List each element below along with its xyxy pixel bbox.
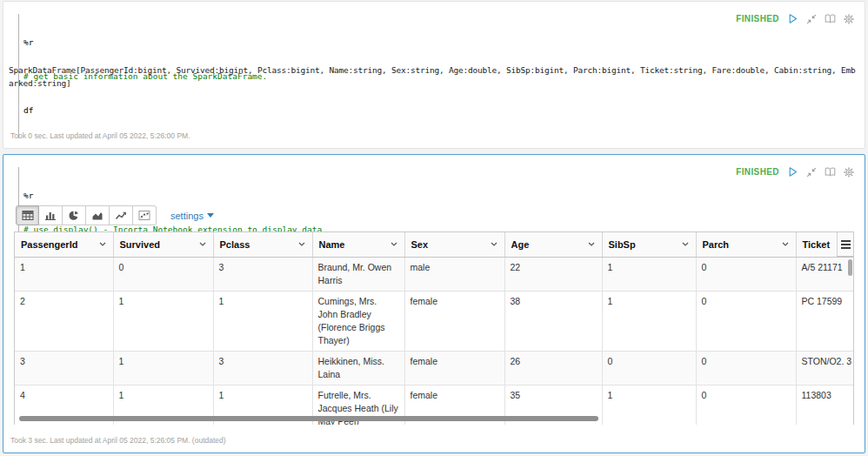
column-header-sibsp[interactable]: SibSp	[602, 232, 696, 257]
table-cell: PC 17599	[796, 291, 854, 351]
table-cell: 1	[602, 291, 696, 351]
table-header-row: PassengerId Survived Pclass Name Sex Age…	[15, 232, 854, 257]
show-output-book-icon[interactable]	[825, 167, 836, 177]
area-chart-button[interactable]	[86, 205, 110, 225]
column-label: Sex	[411, 239, 429, 250]
column-label: SibSp	[609, 239, 636, 250]
settings-label: settings	[170, 211, 204, 221]
paragraph-controls: FINISHED	[736, 13, 854, 24]
table-cell: Heikkinen, Miss. Laina	[312, 351, 404, 385]
column-label: Age	[511, 239, 530, 250]
results-table: PassengerId Survived Pclass Name Sex Age…	[15, 232, 854, 425]
table-cell: 0	[696, 291, 796, 351]
column-label: Ticket	[803, 239, 831, 250]
table-cell: 3	[213, 351, 312, 385]
shrink-icon[interactable]	[806, 167, 817, 178]
line-chart-button[interactable]	[110, 205, 133, 225]
table-cell: female	[404, 291, 504, 351]
column-label: PassengerId	[21, 239, 77, 250]
bar-chart-button[interactable]	[39, 205, 63, 225]
column-header-sex[interactable]: Sex	[404, 232, 504, 257]
paragraph-footer: Took 3 sec. Last updated at April 05 202…	[10, 436, 226, 445]
code-interpreter-line: %r	[23, 190, 322, 201]
paragraph-controls: FINISHED	[736, 166, 854, 178]
table-cell: 1	[15, 257, 113, 291]
column-header-age[interactable]: Age	[504, 232, 602, 257]
column-header-name[interactable]: Name	[312, 232, 404, 257]
table-cell: 1	[602, 257, 696, 291]
chevron-down-icon[interactable]	[588, 242, 595, 246]
column-label: Name	[319, 239, 345, 250]
chevron-down-icon[interactable]	[99, 242, 106, 246]
gear-icon[interactable]	[844, 167, 854, 178]
table-cell: 0	[113, 257, 213, 291]
chevron-down-icon[interactable]	[199, 242, 206, 246]
column-header-survived[interactable]: Survived	[113, 232, 213, 257]
code-interpreter-line: %r	[23, 37, 267, 48]
paragraph-output: SparkDataFrame[PassengerId:bigint, Survi…	[9, 64, 859, 90]
gear-icon[interactable]	[844, 14, 854, 24]
column-header-parch[interactable]: Parch	[696, 232, 796, 257]
code-line: df	[23, 104, 267, 116]
table-cell: STON/O2. 3	[796, 351, 854, 385]
table-cell: 1	[113, 291, 213, 351]
notebook-paragraph-1: %r # get basic information about the Spa…	[3, 1, 865, 149]
table-cell: female	[404, 351, 504, 385]
table-cell: 38	[504, 291, 602, 351]
table-menu-icon[interactable]	[837, 232, 853, 257]
table-cell: male	[404, 257, 504, 291]
table-cell: 22	[504, 257, 602, 291]
table-cell: 2	[15, 291, 113, 351]
chart-type-toolbar: settings	[16, 205, 214, 225]
column-label: Parch	[703, 239, 730, 250]
pie-chart-button[interactable]	[63, 205, 86, 225]
table-cell: Cumings, Mrs. John Bradley (Florence Bri…	[312, 291, 404, 351]
notebook-paragraph-2: %r # use display() - Incorta Notebook ex…	[3, 154, 865, 453]
run-icon[interactable]	[787, 166, 798, 178]
chevron-down-icon[interactable]	[391, 242, 397, 246]
table-row: 313Heikkinen, Miss. Lainafemale2600STON/…	[15, 351, 854, 385]
table-cell: 0	[696, 257, 796, 291]
table-cell: 3	[213, 257, 312, 291]
table-cell: 1	[213, 291, 312, 351]
paragraph-footer: Took 0 sec. Last updated at April 05 202…	[10, 131, 190, 140]
table-cell: 113803	[796, 385, 854, 425]
chevron-down-icon[interactable]	[782, 242, 789, 246]
table-row: 211Cumings, Mrs. John Bradley (Florence …	[15, 291, 854, 351]
vertical-scrollbar[interactable]	[848, 259, 852, 276]
chevron-down-icon[interactable]	[682, 242, 689, 246]
table-row: 103Braund, Mr. Owen Harrismale2210A/5 21…	[15, 257, 854, 291]
status-badge: FINISHED	[736, 14, 779, 23]
table-cell: 0	[602, 351, 696, 385]
results-table-viewport: PassengerId Survived Pclass Name Sex Age…	[14, 231, 854, 425]
chevron-down-icon[interactable]	[298, 242, 305, 246]
shrink-icon[interactable]	[806, 14, 817, 24]
table-cell: 1	[113, 351, 213, 385]
column-header-pclass[interactable]: Pclass	[213, 232, 312, 257]
column-label: Pclass	[220, 239, 250, 250]
horizontal-scrollbar[interactable]	[19, 416, 598, 421]
table-cell: Braund, Mr. Owen Harris	[312, 257, 404, 291]
show-output-book-icon[interactable]	[825, 14, 836, 23]
table-view-button[interactable]	[16, 205, 39, 225]
table-cell: 1	[602, 385, 696, 425]
run-icon[interactable]	[787, 13, 798, 24]
settings-dropdown[interactable]: settings	[170, 211, 214, 221]
status-badge: FINISHED	[736, 167, 779, 177]
column-header-passengerid[interactable]: PassengerId	[15, 232, 113, 257]
table-cell: A/5 21171	[796, 257, 854, 291]
table-cell: 3	[15, 351, 113, 385]
scatter-chart-button[interactable]	[133, 205, 157, 225]
caret-down-icon	[207, 213, 214, 218]
table-cell: 0	[696, 351, 796, 385]
column-label: Survived	[120, 239, 160, 250]
results-table-body: 103Braund, Mr. Owen Harrismale2210A/5 21…	[15, 257, 854, 425]
chevron-down-icon[interactable]	[491, 242, 497, 246]
table-cell: 26	[504, 351, 602, 385]
table-cell: 0	[696, 385, 796, 425]
